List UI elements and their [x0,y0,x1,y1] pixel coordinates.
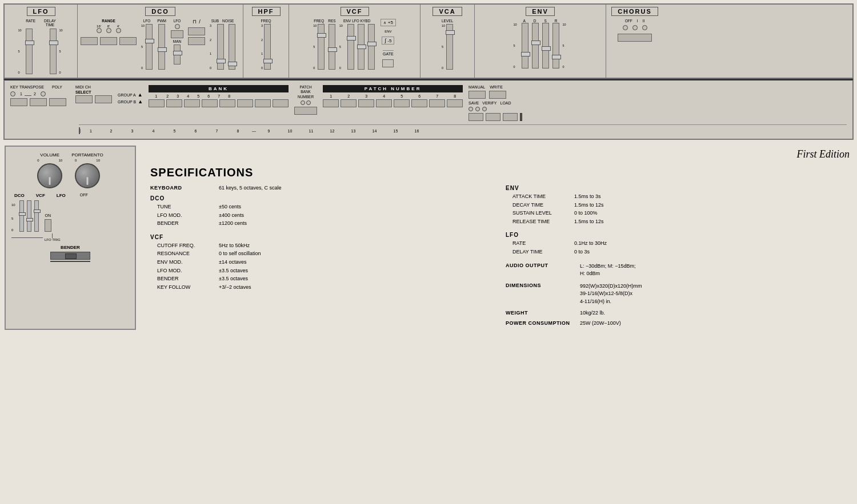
key-trans-box1[interactable] [10,98,27,106]
vcf-res-name: RESONANCE [150,250,219,257]
env-sustain-name: SUSTAIN LEVEL [506,209,574,217]
patch-bank-radio1[interactable] [301,100,305,105]
env-a-slider[interactable] [522,23,528,68]
load-btn[interactable] [503,113,518,121]
env-release-name: RELEASE TIME [506,218,574,225]
range-8[interactable] [106,28,111,33]
tape-indicator [520,113,522,121]
vcf-kybd-slider[interactable] [368,24,375,70]
dco-pwm-slider[interactable] [158,24,165,70]
lfo-sub-labels: RATE DELAYTIME [26,19,56,27]
bottom-panel: KEY TRANSPOSE POLY 1 2 MIDI CH SELE [3,79,854,140]
dco-btn3[interactable] [119,37,137,45]
bank-btn-4[interactable] [202,99,218,107]
patch-btn-7[interactable] [429,99,445,107]
dco-volume-slider[interactable] [19,200,24,232]
volume-label: VOLUME [40,152,59,158]
dco-btn1[interactable] [81,37,98,45]
patch-btn-8[interactable] [447,99,463,107]
dco-btn2[interactable] [100,37,117,45]
volume-knob-container: VOLUME 010 [37,152,62,188]
patch-btn-2[interactable] [341,99,357,107]
vcf-volume-slider[interactable] [27,200,31,232]
chorus-section: CHORUS OFF I II [606,5,663,78]
vcf-title: VCF [341,7,369,16]
dco-man-slider[interactable] [174,45,181,64]
env-decay-value: 1.5ms to 12s [574,201,850,209]
env-spec-label: ENV [506,185,850,191]
range-16[interactable] [97,28,102,33]
select-label: SELECT [75,90,91,94]
midi-ch-area: MIDI CH SELECT [75,85,112,104]
vcf-env-slider[interactable] [347,24,354,70]
key-transpose-btn1[interactable] [10,91,15,96]
chorus-off[interactable] [623,25,628,30]
vcf-bender-name: BENDER [150,275,219,283]
patch-btn-4[interactable] [376,99,392,107]
bank-btn-6[interactable] [237,99,253,107]
noise-slider[interactable] [229,24,235,70]
key-trans-box2[interactable] [30,98,47,106]
bank-btn-3[interactable] [184,99,200,107]
on-off-switch[interactable] [45,219,51,232]
specs-left-column: KEYBOARD 61 keys, 5 octaves, C scale DCO… [150,185,494,327]
key-trans-box3[interactable] [49,98,66,106]
chorus-ii[interactable] [642,25,647,30]
midi-btn1[interactable] [75,95,93,103]
portamento-knob[interactable] [75,163,100,188]
bender-strip[interactable] [50,252,90,260]
wave-btn1[interactable] [188,27,205,35]
patch-number-area: PATCH NUMBER 1 2 3 4 5 6 7 8 [323,85,463,107]
env-r-slider[interactable] [552,23,559,68]
midi-btn2[interactable] [95,95,112,103]
pwm-box[interactable] [171,30,183,38]
range-4[interactable] [116,28,121,33]
hpf-freq-slider[interactable] [264,24,271,70]
patch-btn-5[interactable] [394,99,410,107]
volume-knob[interactable] [37,163,62,188]
save-btn[interactable] [468,113,483,121]
bank-btn-8[interactable] [273,99,289,107]
bank-btn-7[interactable] [255,99,271,107]
lfo-delay-name: DELAY TIME [506,248,574,256]
patch-btn-6[interactable] [411,99,427,107]
lfo-volume-slider[interactable] [34,200,39,232]
poly-btn[interactable] [41,91,46,96]
verify-radio[interactable] [475,107,480,111]
chorus-button[interactable] [618,34,652,42]
env-specs: ENV ATTACK TIME 1.5ms to 3s DECAY TIME 1… [506,185,850,225]
chorus-i[interactable] [632,25,638,30]
load-radio[interactable] [482,107,487,111]
vcf-res-slider[interactable] [329,24,335,70]
bank-btn-5[interactable] [219,99,235,107]
lfo-section: LFO RATE DELAYTIME 10 5 0 10 5 0 [5,5,78,78]
on-label: ON [45,213,51,217]
patch-btn-3[interactable] [358,99,374,107]
vcf-freq-slider[interactable] [318,24,325,70]
patch-bank-radio2[interactable] [306,100,311,105]
bank-btn-1[interactable] [149,99,165,107]
gate-button[interactable] [382,59,394,67]
vcf-lfo-slider[interactable] [358,24,365,70]
dco-lfo-slider[interactable] [146,24,153,70]
save-radio[interactable] [468,107,473,111]
manual-btn[interactable] [468,91,486,99]
vca-level-slider[interactable] [446,24,453,70]
lfo-rate-slider[interactable] [26,29,33,74]
off-label: OFF [80,193,88,198]
dco-bender-value: ±1200 cents [219,220,494,227]
lfo-delay-slider[interactable] [50,29,57,74]
wave-btn2[interactable] [188,37,205,45]
bank-area: BANK 1 2 3 4 5 6 7 8 [149,85,289,107]
pwm-lfo-radio[interactable] [175,24,180,29]
write-btn[interactable] [489,91,506,99]
verify-label: VERIFY [482,101,496,105]
patch-btn-1[interactable] [323,99,339,107]
bank-btn-2[interactable] [166,99,182,107]
env-d-slider[interactable] [532,23,539,68]
sub-slider[interactable] [217,24,224,70]
patch-bank-btn[interactable] [294,107,317,115]
verify-btn[interactable] [486,113,500,121]
vcf-cutoff-name: CUTOFF FREQ. [150,242,219,249]
env-s-slider[interactable] [542,23,549,68]
